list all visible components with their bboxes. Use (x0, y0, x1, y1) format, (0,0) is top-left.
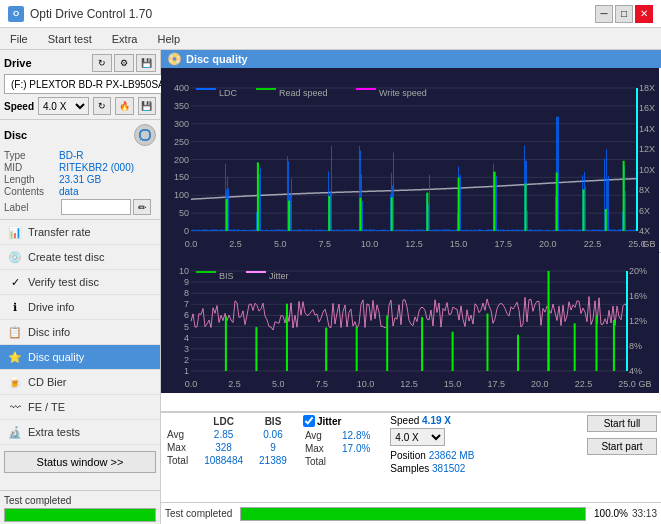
chart-area: 📀 Disc quality LDC BIS (161, 50, 661, 524)
sidebar-progress-bar (5, 509, 155, 521)
bottom-time: 33:13 (632, 508, 657, 519)
disc-quality-label: Disc quality (28, 351, 84, 363)
create-test-disc-label: Create test disc (28, 251, 104, 263)
stats-max-bis: 9 (251, 441, 295, 454)
length-label: Length (4, 174, 59, 185)
extra-tests-label: Extra tests (28, 426, 80, 438)
drive-refresh-button[interactable]: ↻ (92, 54, 112, 72)
start-full-button[interactable]: Start full (587, 415, 657, 432)
sidebar-progress-bar-container (4, 508, 156, 522)
jitter-table: Avg 12.8% Max 17.0% Total (303, 429, 378, 468)
samples-label: Samples (390, 463, 432, 474)
jitter-max-val: 17.0% (334, 442, 378, 455)
top-chart-wrapper (161, 68, 661, 253)
sidebar: Drive ↻ ⚙ 💾 (F:) PLEXTOR BD-R PX-LB950SA… (0, 50, 161, 524)
nav-item-extra-tests[interactable]: 🔬 Extra tests (0, 420, 160, 445)
verify-test-disc-label: Verify test disc (28, 276, 99, 288)
jitter-total-val (334, 455, 378, 468)
contents-label: Contents (4, 186, 59, 197)
menu-file[interactable]: File (4, 31, 34, 47)
jitter-avg-val: 12.8% (334, 429, 378, 442)
bottom-bar: Test completed 100.0% 33:13 (161, 502, 661, 524)
disc-length: 23.31 GB (59, 174, 101, 185)
cd-bier-icon: 🍺 (8, 375, 22, 389)
speed-burn-button[interactable]: 🔥 (115, 97, 133, 115)
disc-type: BD-R (59, 150, 83, 161)
stats-max-ldc: 328 (196, 441, 251, 454)
stats-avg-bis: 0.06 (251, 428, 295, 441)
maximize-button[interactable]: □ (615, 5, 633, 23)
bottom-chart-wrapper (161, 253, 661, 412)
nav-item-drive-info[interactable]: ℹ Drive info (0, 295, 160, 320)
disc-info-icon: 📋 (8, 325, 22, 339)
speed-save2-button[interactable]: 💾 (138, 97, 156, 115)
bottom-status-text: Test completed (165, 508, 232, 519)
type-label: Type (4, 150, 59, 161)
bottom-chart-canvas (161, 253, 659, 393)
stats-total-ldc: 1088484 (196, 454, 251, 467)
stats-section: LDC BIS Avg 2.85 0.06 Max 328 9 Total (161, 412, 661, 502)
nav-item-transfer-rate[interactable]: 📊 Transfer rate (0, 220, 160, 245)
jitter-total-label: Total (303, 455, 334, 468)
transfer-rate-label: Transfer rate (28, 226, 91, 238)
fe-te-icon: 〰 (8, 400, 22, 414)
disc-title: Disc (4, 129, 27, 141)
stats-total-bis: 21389 (251, 454, 295, 467)
drive-label: Drive (4, 57, 32, 69)
speed-select[interactable]: 4.0 X (38, 97, 89, 115)
menu-help[interactable]: Help (151, 31, 186, 47)
nav-item-cd-bier[interactable]: 🍺 CD Bier (0, 370, 160, 395)
speed-stat-select[interactable]: 4.0 X (390, 428, 445, 446)
top-chart-canvas (161, 68, 659, 253)
cd-bier-label: CD Bier (28, 376, 67, 388)
start-part-button[interactable]: Start part (587, 438, 657, 455)
chart-title: Disc quality (186, 53, 248, 65)
drive-section: Drive ↻ ⚙ 💾 (F:) PLEXTOR BD-R PX-LB950SA… (0, 50, 160, 120)
bottom-progress-pct: 100.0% (594, 508, 628, 519)
stats-max-label: Max (165, 441, 196, 454)
nav-item-verify-test-disc[interactable]: ✓ Verify test disc (0, 270, 160, 295)
menu-extra[interactable]: Extra (106, 31, 144, 47)
nav-item-disc-quality[interactable]: ⭐ Disc quality (0, 345, 160, 370)
speed-label: Speed (4, 101, 34, 112)
title-bar: O Opti Drive Control 1.70 ─ □ ✕ (0, 0, 661, 28)
menu-bar: File Start test Extra Help (0, 28, 661, 50)
verify-test-disc-icon: ✓ (8, 275, 22, 289)
app-title: Opti Drive Control 1.70 (30, 7, 152, 21)
jitter-max-label: Max (303, 442, 334, 455)
label-input[interactable] (61, 199, 131, 215)
stats-avg-label: Avg (165, 428, 196, 441)
nav-list: 📊 Transfer rate 💿 Create test disc ✓ Ver… (0, 220, 160, 445)
minimize-button[interactable]: ─ (595, 5, 613, 23)
stats-ldc-header: LDC (196, 415, 251, 428)
disc-mid: RITEKBR2 (000) (59, 162, 134, 173)
drive-info-icon: ℹ (8, 300, 22, 314)
nav-item-fe-te[interactable]: 〰 FE / TE (0, 395, 160, 420)
position-label: Position (390, 450, 428, 461)
app-icon: O (8, 6, 24, 22)
position-value: 23862 MB (429, 450, 475, 461)
close-button[interactable]: ✕ (635, 5, 653, 23)
label-edit-button[interactable]: ✏ (133, 199, 151, 215)
extra-tests-icon: 🔬 (8, 425, 22, 439)
mid-label: MID (4, 162, 59, 173)
disc-icon (134, 124, 156, 146)
jitter-label: Jitter (317, 416, 341, 427)
chart-header: 📀 Disc quality (161, 50, 661, 68)
samples-value: 381502 (432, 463, 465, 474)
nav-item-create-test-disc[interactable]: 💿 Create test disc (0, 245, 160, 270)
nav-item-disc-info[interactable]: 📋 Disc info (0, 320, 160, 345)
disc-info-label: Disc info (28, 326, 70, 338)
disc-quality-icon: ⭐ (8, 350, 22, 364)
stats-table: LDC BIS Avg 2.85 0.06 Max 328 9 Total (165, 415, 295, 467)
disc-section: Disc Type BD-R MID RITEKBR2 (000) Length… (0, 120, 160, 220)
speed-refresh-button[interactable]: ↻ (93, 97, 111, 115)
sidebar-status-text: Test completed (4, 495, 156, 506)
menu-start-test[interactable]: Start test (42, 31, 98, 47)
status-window-button[interactable]: Status window >> (4, 451, 156, 473)
jitter-checkbox[interactable] (303, 415, 315, 427)
drive-config-button[interactable]: ⚙ (114, 54, 134, 72)
sidebar-progress-section: Test completed (0, 490, 160, 524)
label-key: Label (4, 202, 59, 213)
drive-save-button[interactable]: 💾 (136, 54, 156, 72)
